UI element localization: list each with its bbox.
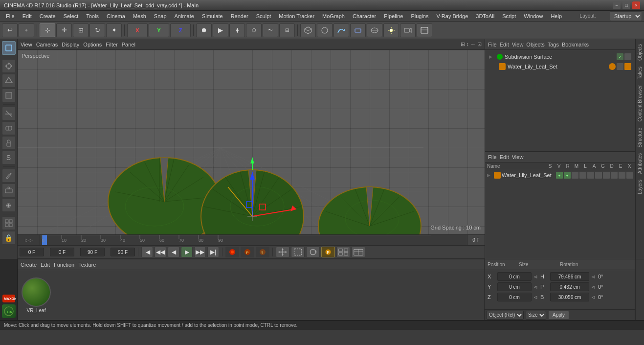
deformer-button[interactable] [367,23,382,37]
fps-field[interactable]: 90 F [111,248,135,256]
camera-button[interactable] [400,23,416,37]
vp-menu-cameras[interactable]: Cameras [36,42,58,47]
mat-menu-texture[interactable]: Texture [78,262,96,268]
curve-button[interactable]: 〜 [263,23,278,37]
coord-system-dropdown[interactable]: Object (Rel) [487,311,524,320]
menu-tools[interactable]: Tools [82,12,103,20]
transform-button[interactable]: ✦ [106,23,122,37]
obj-menu-file[interactable]: File [488,42,497,47]
attr-col-s[interactable]: ● [556,172,563,179]
viewport-solo-button[interactable]: P [321,247,335,257]
cube-button[interactable] [300,23,316,37]
move-tool-button[interactable] [276,247,289,257]
play-button[interactable]: ▶ [213,23,228,37]
hud-button[interactable] [352,247,365,257]
menu-window[interactable]: Window [520,12,547,20]
lock-button[interactable] [2,136,16,150]
tab-layers[interactable]: Layers [636,177,644,197]
minimize-button[interactable]: − [613,1,621,9]
menu-edit[interactable]: Edit [19,12,36,20]
tab-takes[interactable]: Takes [636,64,644,82]
mode-edges-button[interactable] [2,74,16,88]
light-button[interactable] [383,23,399,37]
vp-icon-3[interactable]: ↔ [470,41,476,47]
menu-mesh[interactable]: Mesh [129,12,150,20]
redo-button[interactable]: ● [19,23,34,37]
vp-icon-1[interactable]: ⊞ [461,41,465,47]
menu-help[interactable]: Help [547,12,566,20]
tag-1[interactable]: ✓ [617,53,623,60]
expand-arrow-1[interactable]: ▶ [489,54,495,59]
vp-menu-view[interactable]: View [21,42,32,47]
anim-button[interactable]: ⬡ [246,23,262,37]
tab-objects[interactable]: Objects [636,41,644,64]
attr-menu-edit[interactable]: Edit [500,154,509,160]
material-item[interactable]: VR_Leaf [22,277,51,313]
size-b-field[interactable]: 30.056 cm [550,293,589,301]
size-h-field[interactable]: 79.486 cm [550,272,589,281]
size-p-field[interactable]: 0.432 cm [550,282,589,291]
play-button-pb[interactable]: ▶ [181,247,193,257]
menu-simulate[interactable]: Simulate [198,12,227,20]
vp-menu-options[interactable]: Options [83,42,102,47]
attr-menu-view[interactable]: View [512,154,524,160]
z-axis-button[interactable]: Z [170,23,191,37]
timeline-ruler[interactable]: ▷▷ 0 10 20 30 40 50 [18,234,485,245]
move-button[interactable]: ✛ [56,23,72,37]
subdivision-surface-item[interactable]: ▶ Subdivision Surface ✓ [487,52,633,62]
menu-motion-tracker[interactable]: Motion Tracker [275,12,318,20]
attr-menu-file[interactable]: File [488,154,497,160]
y-axis-button[interactable]: Y [149,23,169,37]
brush-button[interactable] [2,169,16,183]
obj-menu-objects[interactable]: Objects [526,42,544,47]
mode-points-button[interactable] [2,59,16,73]
menu-pipeline[interactable]: Pipeline [380,12,407,20]
vp-menu-panel[interactable]: Panel [122,42,135,47]
menu-create[interactable]: Create [36,12,60,20]
magnet-button[interactable]: 🔒 [2,231,16,245]
attr-col-l[interactable] [587,172,594,179]
obj-menu-tags[interactable]: Tags [548,42,559,47]
attr-col-r[interactable] [572,172,578,179]
maximize-button[interactable]: □ [622,1,630,9]
obj-menu-bookmarks[interactable]: Bookmarks [562,42,589,47]
attr-row[interactable]: ▶ Water_Lily_Leaf_Set ● ● [485,170,635,180]
attr-col-d[interactable] [611,172,618,179]
start-frame-field[interactable]: 0 F [50,248,74,256]
obj-visibility-1[interactable] [497,54,503,60]
timeline-track[interactable]: 0 10 20 30 40 50 60 70 80 [40,235,467,246]
material-swatch[interactable] [22,277,51,307]
tag-2[interactable] [624,53,631,60]
loop-button[interactable] [2,121,16,135]
mat-menu-edit[interactable]: Edit [41,262,50,268]
undo-button[interactable]: ↩ [2,23,18,37]
record-auto-button[interactable] [225,247,239,257]
attr-col-m[interactable] [579,172,586,179]
tab-attributes[interactable]: Attributes [636,150,644,177]
size-dropdown[interactable]: Size [526,311,546,320]
layout-select[interactable]: Startup [610,11,642,21]
scene-button[interactable] [417,23,432,37]
knife-button[interactable] [2,107,16,120]
mat-menu-create[interactable]: Create [21,262,37,268]
menu-select[interactable]: Select [60,12,83,20]
end-frame-field[interactable]: 90 F [80,248,105,256]
menu-sculpt[interactable]: Sculpt [252,12,275,20]
menu-cinema[interactable]: Cinema [103,12,129,20]
pos-z-field[interactable]: 0 cm [497,293,532,301]
apply-button[interactable]: Apply [548,311,569,320]
close-button[interactable]: × [632,1,640,9]
tab-structure[interactable]: Structure [636,125,644,151]
pos-x-field[interactable]: 0 cm [497,272,532,281]
attr-col-x[interactable] [626,172,633,179]
viewport[interactable]: X Y Perspective Grid Spacing : 10 cm [18,50,485,234]
tab-content-browser[interactable]: Content Browser [636,82,644,124]
menu-snap[interactable]: Snap [150,12,171,20]
texture-button[interactable] [2,184,16,197]
menu-vray[interactable]: V-Ray Bridge [432,12,472,20]
menu-mograph[interactable]: MoGraph [318,12,349,20]
record-pos-button[interactable]: P [241,247,254,257]
prev-frame-button[interactable]: ◀◀ [155,247,166,257]
x-axis-button[interactable]: X [127,23,148,37]
record-rot-button[interactable]: ? [256,247,269,257]
